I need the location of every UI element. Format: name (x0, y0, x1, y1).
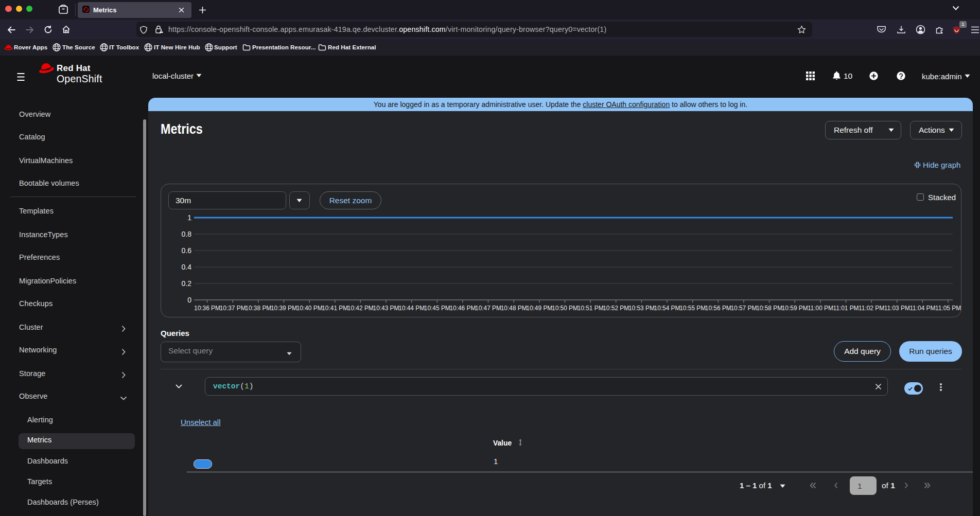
svg-text:10:46 PM: 10:46 PM (449, 305, 476, 312)
svg-text:10:41 PM: 10:41 PM (322, 305, 348, 312)
svg-text:0.2: 0.2 (182, 279, 192, 288)
svg-text:11:05 PM: 11:05 PM (935, 305, 961, 312)
svg-text:0.6: 0.6 (182, 246, 192, 255)
svg-text:1: 1 (187, 213, 191, 222)
svg-text:11:03 PM: 11:03 PM (884, 305, 910, 312)
svg-text:11:04 PM: 11:04 PM (909, 305, 935, 312)
svg-text:11:02 PM: 11:02 PM (859, 305, 884, 312)
svg-text:10:52 PM: 10:52 PM (603, 305, 629, 312)
svg-text:10:45 PM: 10:45 PM (424, 305, 450, 312)
svg-text:10:57 PM: 10:57 PM (730, 305, 757, 312)
svg-text:10:43 PM: 10:43 PM (373, 305, 399, 312)
svg-text:10:40 PM: 10:40 PM (296, 305, 323, 312)
svg-text:10:36 PM: 10:36 PM (194, 305, 220, 312)
svg-text:10:56 PM: 10:56 PM (705, 305, 731, 312)
svg-text:10:38 PM: 10:38 PM (245, 305, 271, 312)
svg-text:0.8: 0.8 (182, 230, 192, 238)
svg-text:10:47 PM: 10:47 PM (475, 305, 501, 312)
svg-text:10:54 PM: 10:54 PM (654, 305, 680, 312)
svg-text:10:42 PM: 10:42 PM (347, 305, 374, 312)
svg-text:10:39 PM: 10:39 PM (271, 305, 297, 312)
svg-text:10:55 PM: 10:55 PM (679, 305, 706, 312)
svg-text:11:01 PM: 11:01 PM (833, 305, 859, 312)
svg-text:10:37 PM: 10:37 PM (220, 305, 246, 312)
svg-text:0.4: 0.4 (182, 263, 192, 271)
svg-text:10:44 PM: 10:44 PM (398, 305, 425, 312)
svg-text:10:51 PM: 10:51 PM (577, 305, 604, 312)
svg-text:10:59 PM: 10:59 PM (782, 305, 808, 312)
svg-text:10:53 PM: 10:53 PM (628, 305, 655, 312)
svg-text:10:58 PM: 10:58 PM (756, 305, 782, 312)
svg-text:10:48 PM: 10:48 PM (501, 305, 527, 312)
svg-text:10:50 PM: 10:50 PM (552, 305, 578, 312)
svg-text:0: 0 (187, 296, 191, 304)
svg-text:10:49 PM: 10:49 PM (526, 305, 552, 312)
svg-text:11:00 PM: 11:00 PM (808, 305, 833, 312)
